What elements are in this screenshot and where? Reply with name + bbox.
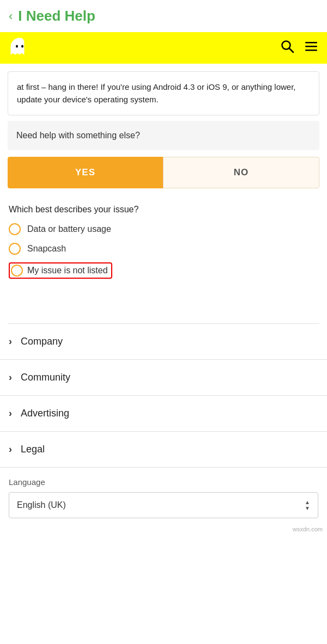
search-icon[interactable] [280, 39, 294, 57]
radio-option-battery[interactable]: Data or battery usage [9, 223, 318, 235]
issue-section: Which best describes your issue? Data or… [0, 195, 327, 291]
radio-circle-not-listed [11, 265, 23, 277]
need-help-bar: Need help with something else? [8, 121, 319, 150]
arrow-down-icon: ▼ [305, 505, 310, 511]
no-button[interactable]: NO [163, 157, 319, 188]
chevron-icon-company: › [9, 336, 12, 347]
chevron-icon-community: › [9, 372, 12, 383]
radio-circle-battery [9, 223, 21, 235]
svg-rect-6 [305, 42, 317, 44]
highlighted-option-wrapper: My issue is not listed [9, 262, 112, 279]
content-text: at first – hang in there! If you're usin… [17, 81, 310, 106]
footer-label-company: Company [21, 336, 63, 347]
footer-label-advertising: Advertising [21, 408, 69, 419]
footer-label-legal: Legal [21, 444, 45, 455]
svg-point-2 [16, 45, 18, 48]
watermark: wsxdn.com [0, 524, 327, 535]
footer-item-legal[interactable]: › Legal [0, 432, 327, 468]
nav-right [280, 39, 318, 57]
ghost-icon [9, 36, 31, 60]
svg-rect-7 [305, 46, 317, 47]
issue-title: Which best describes your issue? [9, 205, 318, 214]
radio-label-snapcash: Snapcash [27, 244, 66, 254]
yes-button[interactable]: YES [8, 157, 163, 188]
arrow-up-icon: ▲ [305, 499, 310, 505]
radio-option-not-listed[interactable]: My issue is not listed [9, 262, 318, 279]
select-arrows: ▲ ▼ [305, 499, 310, 511]
chevron-icon-advertising: › [9, 408, 12, 419]
language-label: Language [9, 477, 318, 487]
radio-label-not-listed: My issue is not listed [27, 266, 108, 275]
radio-option-snapcash[interactable]: Snapcash [9, 243, 318, 255]
spacer [0, 291, 327, 323]
chevron-icon-legal: › [9, 444, 12, 455]
footer-item-community[interactable]: › Community [0, 360, 327, 396]
back-button[interactable]: ‹ [9, 9, 13, 23]
need-help-text: Need help with something else? [16, 131, 140, 140]
language-selected-text: English (UK) [17, 500, 66, 510]
footer-item-advertising[interactable]: › Advertising [0, 396, 327, 432]
radio-label-battery: Data or battery usage [27, 224, 111, 234]
footer-item-company[interactable]: › Company [0, 324, 327, 360]
svg-rect-8 [305, 50, 317, 51]
menu-icon[interactable] [304, 39, 318, 57]
footer-label-community: Community [21, 372, 70, 383]
content-card: at first – hang in there! If you're usin… [8, 71, 319, 115]
language-select[interactable]: English (UK) ▲ ▼ [9, 492, 318, 518]
language-section: Language English (UK) ▲ ▼ [0, 468, 327, 524]
radio-circle-snapcash [9, 243, 21, 255]
page-header: ‹ I Need Help [0, 0, 327, 32]
page-title: I Need Help [18, 8, 95, 24]
svg-line-5 [289, 48, 294, 52]
nav-bar [0, 32, 327, 64]
answer-buttons: YES NO [8, 157, 319, 188]
svg-point-3 [21, 45, 23, 48]
